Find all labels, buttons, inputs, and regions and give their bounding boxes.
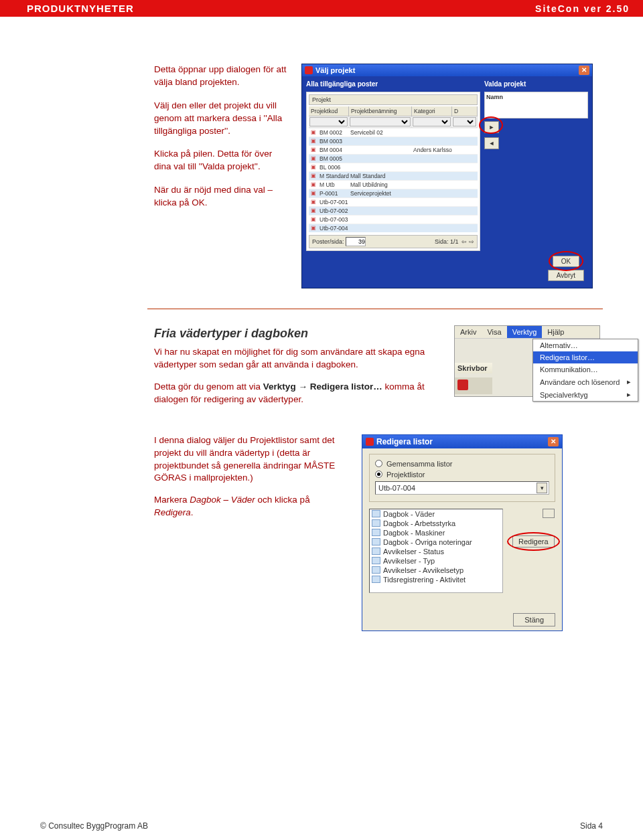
menu-item-alternativ[interactable]: Alternativ…: [533, 339, 638, 351]
ok-button-wrapper: OK: [553, 255, 579, 267]
section3-p1: I denna dialog väljer du Projektlistor s…: [154, 434, 342, 485]
header-title-left: PRODUKTNYHETER: [27, 3, 134, 14]
section3-p2: Markera Dagbok – Väder och klicka på Red…: [154, 494, 342, 519]
selected-label: Valda projekt: [484, 80, 588, 88]
table-row[interactable]: ▣BM 0005: [309, 154, 478, 163]
table-row[interactable]: ▣BL 0006: [309, 163, 478, 171]
section1-p4: När du är nöjd med dina val – klicka på …: [154, 184, 288, 209]
table-row[interactable]: ▣Utb-07-002: [309, 206, 478, 215]
col-kategori: Kategori: [412, 106, 452, 116]
header-bar: PRODUKTNYHETER SiteCon ver 2.50: [0, 0, 643, 17]
radio-icon: [375, 460, 382, 467]
highlight-ellipse-arrow: [479, 116, 503, 134]
redigera-listor-dialog: Redigera listor ✕ Gemensamma listor Proj…: [362, 434, 563, 631]
list-item[interactable]: Avvikelser - Status: [370, 547, 502, 556]
page-footer: © Consultec ByggProgram AB Sida 4: [40, 821, 603, 831]
table-row[interactable]: ▣Utb-07-003: [309, 215, 478, 224]
header-title-right: SiteCon ver 2.50: [535, 3, 630, 14]
list-type-group: Gemensamma listor Projektlistor Utb-07-0…: [369, 454, 555, 502]
list-item[interactable]: Dagbok - Maskiner: [370, 528, 502, 537]
radio-project[interactable]: Projektlistor: [375, 471, 549, 479]
menu-hjalp[interactable]: Hjälp: [542, 326, 569, 338]
selected-projects-panel: Namn: [484, 92, 588, 118]
filter-d[interactable]: [453, 117, 476, 127]
close-button[interactable]: Stäng: [513, 613, 555, 626]
menu-bar: Arkiv Visa Verktyg Hjälp: [455, 326, 599, 339]
app-icon: [366, 438, 374, 446]
list-icon: [372, 529, 380, 536]
window-title: Välj projekt: [315, 66, 355, 74]
app-icon: [305, 66, 313, 74]
right-header: Namn: [486, 94, 586, 100]
filter-kat[interactable]: [413, 117, 451, 127]
combo-value: Utb-07-004: [378, 484, 415, 492]
col-projektkod: Projektkod: [309, 106, 349, 116]
close-icon[interactable]: ✕: [548, 437, 559, 446]
list-icon: [372, 548, 380, 555]
select-project-window: Välj projekt ✕ Alla tillgängliga poster …: [301, 64, 593, 288]
table-row[interactable]: ▣BM 0004Anders Karlsson: [309, 145, 478, 154]
project-combo[interactable]: Utb-07-004 ▾: [375, 481, 549, 495]
divider: [147, 309, 603, 309]
list-icon: [372, 519, 380, 527]
list-item[interactable]: Dagbok - Väder: [370, 509, 502, 519]
edit-button-wrapper: Redigera: [512, 535, 555, 548]
page-label: Sida:: [435, 238, 449, 245]
arrow-right-wrapper: ►: [484, 120, 588, 135]
menu-item-redigera-listor[interactable]: Redigera listor…: [533, 351, 638, 363]
radio-common[interactable]: Gemensamma listor: [375, 460, 549, 468]
posts-per-page-input[interactable]: [346, 237, 366, 246]
app-icon-small: [457, 380, 468, 390]
menu-screenshot: Arkiv Visa Verktyg Hjälp Skrivbor Altern…: [454, 325, 600, 397]
filter-ben[interactable]: [350, 117, 411, 127]
move-left-button[interactable]: ◄: [484, 137, 499, 149]
section2-p2: Detta gör du genom att via Verktyg → Red…: [154, 381, 442, 406]
table-column-headers: Projektkod Projektbenämning Kategori D: [309, 106, 478, 116]
cancel-button[interactable]: Avbryt: [548, 270, 584, 281]
highlight-ellipse-ok: [549, 251, 583, 271]
filter-kod[interactable]: [309, 117, 348, 127]
page-value: 1/1: [450, 238, 459, 245]
col-projektben: Projektbenämning: [349, 106, 412, 116]
close-icon[interactable]: ✕: [579, 66, 589, 75]
filter-row: [309, 116, 478, 128]
table-row[interactable]: ▣BM 0002Servicebil 02: [309, 128, 478, 137]
menu-arkiv[interactable]: Arkiv: [455, 326, 482, 338]
toolbar-label: Skrivbor: [457, 364, 488, 372]
footer-left: © Consultec ByggProgram AB: [40, 821, 148, 831]
lists-listbox[interactable]: Dagbok - VäderDagbok - ArbetsstyrkaDagbo…: [369, 509, 503, 593]
col-d: D: [452, 106, 478, 116]
section1-p2: Välj den eller det projekt du vill genom…: [154, 100, 288, 138]
list-item[interactable]: Tidsregistrering - Aktivitet: [370, 575, 502, 584]
table-main-header: Projekt: [309, 94, 478, 105]
list-item[interactable]: Dagbok - Övriga noteringar: [370, 537, 502, 547]
chevron-down-icon: ▾: [537, 483, 547, 493]
list-icon: [372, 538, 380, 545]
menu-item-kommunikation[interactable]: Kommunikation…: [533, 363, 638, 375]
chevron-right-icon: ▸: [627, 390, 631, 399]
list-icon: [372, 566, 380, 574]
window-titlebar: Välj projekt ✕: [302, 64, 592, 76]
posts-per-page-label: Poster/sida:: [312, 238, 344, 245]
menu-item-specialverktyg[interactable]: Specialverktyg▸: [533, 388, 638, 401]
dialog-titlebar: Redigera listor ✕: [362, 435, 562, 448]
list-item[interactable]: Avvikelser - Typ: [370, 556, 502, 566]
table-row[interactable]: ▣M UtbMall Utbildning: [309, 180, 478, 189]
menu-item-anvandare[interactable]: Användare och lösenord▸: [533, 375, 638, 388]
list-item[interactable]: Dagbok - Arbetsstyrka: [370, 519, 502, 528]
menu-visa[interactable]: Visa: [482, 326, 506, 338]
menu-verktyg[interactable]: Verktyg: [507, 326, 543, 338]
table-row[interactable]: ▣Utb-07-004: [309, 224, 478, 232]
dialog-title: Redigera listor: [376, 437, 433, 446]
section2-p1: Vi har nu skapat en möjlighet för dig so…: [154, 346, 442, 371]
section1-p3: Klicka på pilen. Detta för över dina val…: [154, 148, 288, 173]
table-row[interactable]: ▣Utb-07-001: [309, 197, 478, 206]
table-row[interactable]: ▣P-0001Serviceprojektet: [309, 189, 478, 197]
table-row[interactable]: ▣BM 0003: [309, 137, 478, 145]
icon-button[interactable]: [543, 509, 555, 518]
table-row[interactable]: ▣M StandardMall Standard: [309, 171, 478, 180]
footer-right: Sida 4: [580, 821, 603, 831]
section2-heading: Fria vädertyper i dagboken: [154, 325, 442, 342]
list-item[interactable]: Avvikelser - Avvikelsetyp: [370, 566, 502, 575]
highlight-ellipse-edit: [507, 532, 560, 551]
